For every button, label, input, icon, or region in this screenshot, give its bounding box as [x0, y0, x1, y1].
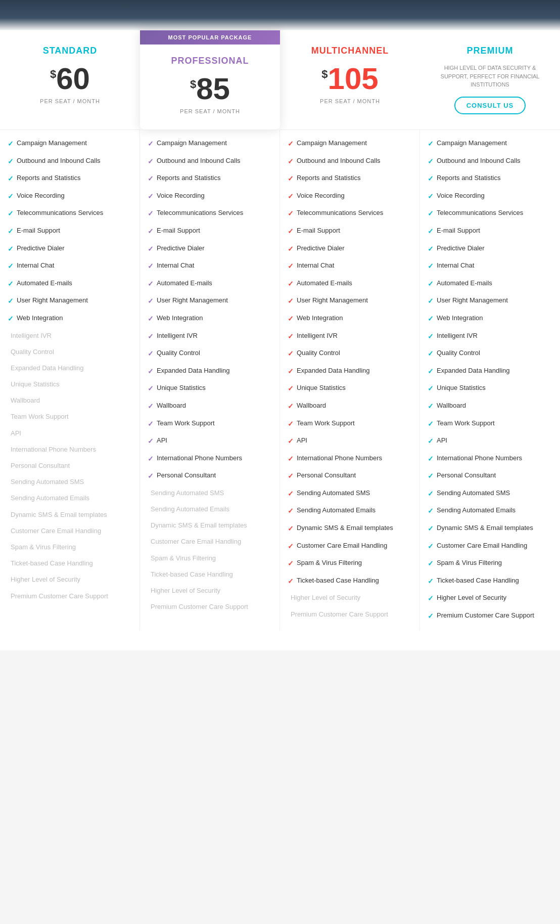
check-icon: ✓: [8, 192, 14, 202]
feature-item: ✓Campaign Management: [428, 135, 552, 153]
feature-label: Internal Chat: [157, 261, 194, 270]
feature-label: Unique Statistics: [11, 380, 60, 389]
feature-item: ✓User Right Management: [288, 292, 412, 310]
check-icon: ✓: [288, 279, 294, 289]
feature-item: ✓API: [428, 432, 552, 450]
check-icon: ✓: [148, 209, 154, 219]
feature-item: ✓Customer Care Email Handling: [428, 538, 552, 555]
check-icon: ✓: [428, 209, 434, 219]
check-icon: ✓: [8, 227, 14, 237]
feature-label: E-mail Support: [157, 226, 200, 235]
feature-item: Sending Automated SMS: [148, 485, 272, 501]
feature-label: Ticket-based Case Handling: [151, 570, 233, 579]
feature-item: ✓Voice Recording: [148, 188, 272, 205]
check-icon: ✓: [148, 454, 154, 464]
feature-label: Voice Recording: [17, 191, 65, 200]
feature-item: ✓Web Integration: [288, 310, 412, 328]
feature-item: Dynamic SMS & Email templates: [8, 507, 132, 523]
price-row-professional: $ 85: [148, 74, 272, 104]
feature-item: ✓Spam & Virus Filtering: [288, 555, 412, 573]
feature-item: ✓Intelligent IVR: [148, 328, 272, 345]
check-icon: ✓: [288, 157, 294, 167]
feature-item: ✓E-mail Support: [428, 223, 552, 240]
check-icon: ✓: [428, 402, 434, 412]
check-icon: ✓: [288, 454, 294, 464]
check-icon: ✓: [428, 454, 434, 464]
currency-multichannel: $: [321, 68, 328, 81]
check-icon: ✓: [428, 192, 434, 202]
feature-item: ✓Team Work Support: [288, 415, 412, 433]
check-icon: ✓: [428, 314, 434, 324]
feature-item: Ticket-based Case Handling: [148, 566, 272, 583]
feature-label: Internal Chat: [437, 261, 474, 270]
feature-label: Sending Automated SMS: [11, 477, 84, 487]
premium-description: HIGH LEVEL OF DATA SECURITY & SUPPORT, P…: [428, 64, 552, 89]
feature-label: Predictive Dialer: [437, 244, 485, 253]
feature-item: Premium Customer Care Support: [288, 606, 412, 623]
feature-label: Reports and Statistics: [17, 173, 80, 183]
feature-item: ✓User Right Management: [428, 292, 552, 310]
feature-item: ✓API: [288, 432, 412, 450]
check-icon: ✓: [428, 139, 434, 149]
feature-item: Dynamic SMS & Email templates: [148, 517, 272, 534]
check-icon: ✓: [428, 174, 434, 184]
feature-item: ✓Telecommunications Services: [8, 205, 132, 223]
feature-label: Premium Customer Care Support: [437, 611, 534, 620]
feature-label: Web Integration: [157, 314, 203, 323]
feature-item: ✓Unique Statistics: [288, 380, 412, 398]
check-icon: ✓: [428, 419, 434, 429]
check-icon: ✓: [288, 489, 294, 499]
feature-item: ✓Outbound and Inbound Calls: [288, 153, 412, 170]
feature-label: Sending Automated SMS: [151, 489, 224, 498]
feature-item: ✓Reports and Statistics: [8, 170, 132, 188]
check-icon: ✓: [428, 296, 434, 306]
feature-label: Expanded Data Handling: [11, 364, 84, 373]
plan-name-standard: STANDARD: [8, 46, 132, 56]
feature-item: Customer Care Email Handling: [148, 534, 272, 550]
feature-item: Unique Statistics: [8, 376, 132, 392]
check-icon: ✓: [288, 524, 294, 534]
features-grid: ✓Campaign Management✓Outbound and Inboun…: [0, 130, 560, 630]
check-icon: ✓: [8, 244, 14, 254]
feature-label: Predictive Dialer: [17, 244, 65, 253]
check-icon: ✓: [148, 157, 154, 167]
check-icon: ✓: [148, 192, 154, 202]
feature-label: Voice Recording: [157, 191, 205, 200]
feature-label: Reports and Statistics: [437, 173, 500, 183]
check-icon: ✓: [288, 506, 294, 516]
feature-item: ✓Ticket-based Case Handling: [288, 573, 412, 590]
check-icon: ✓: [428, 384, 434, 394]
feature-item: ✓Ticket-based Case Handling: [428, 573, 552, 590]
popular-badge: MOST POPULAR PACKAGE: [140, 30, 280, 45]
check-icon: ✓: [148, 384, 154, 394]
feature-label: Predictive Dialer: [157, 244, 205, 253]
feature-label: E-mail Support: [17, 226, 60, 235]
feature-item: ✓Automated E-mails: [428, 275, 552, 293]
feature-item: ✓Voice Recording: [8, 188, 132, 205]
per-seat-multichannel: PER SEAT / MONTH: [288, 98, 412, 104]
check-icon: ✓: [148, 332, 154, 342]
feature-item: Personal Consultant: [8, 458, 132, 474]
check-icon: ✓: [428, 436, 434, 447]
check-icon: ✓: [148, 227, 154, 237]
feature-item: ✓Outbound and Inbound Calls: [148, 153, 272, 170]
feature-label: Outbound and Inbound Calls: [157, 156, 241, 165]
feature-item: ✓Unique Statistics: [148, 380, 272, 398]
feature-item: Intelligent IVR: [8, 328, 132, 344]
consult-us-button[interactable]: CONSULT US: [454, 97, 526, 114]
check-icon: ✓: [428, 559, 434, 569]
feature-label: Outbound and Inbound Calls: [297, 156, 381, 165]
feature-label: Intelligent IVR: [157, 331, 198, 340]
feature-label: E-mail Support: [437, 226, 480, 235]
feature-item: ✓Intelligent IVR: [288, 328, 412, 345]
feature-label: Automated E-mails: [437, 279, 492, 288]
feature-label: Campaign Management: [297, 139, 367, 148]
plan-name-multichannel: MULTICHANNEL: [288, 46, 412, 56]
feature-label: Higher Level of Security: [151, 586, 220, 595]
check-icon: ✓: [428, 367, 434, 377]
feature-label: Higher Level of Security: [11, 575, 80, 584]
check-icon: ✓: [428, 577, 434, 587]
feature-label: Customer Care Email Handling: [151, 537, 241, 546]
plan-header-premium: PREMIUM HIGH LEVEL OF DATA SECURITY & SU…: [420, 30, 560, 130]
check-icon: ✓: [8, 261, 14, 272]
